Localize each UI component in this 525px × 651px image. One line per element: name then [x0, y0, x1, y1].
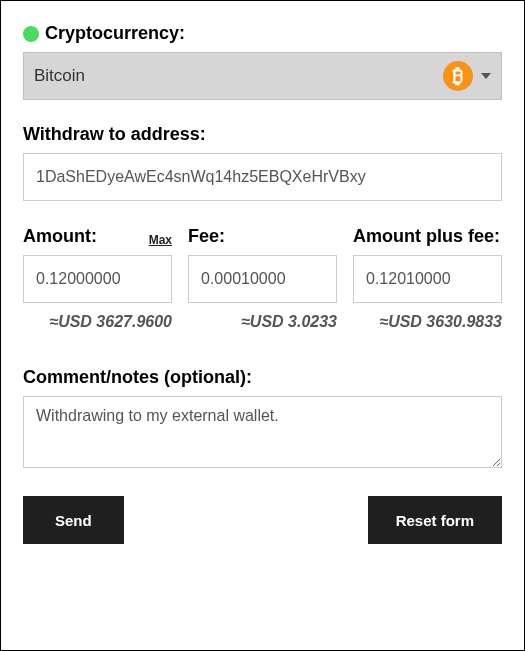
- fee-input[interactable]: [188, 255, 337, 303]
- amount-plus-fee-input[interactable]: [353, 255, 502, 303]
- withdraw-form: Cryptocurrency: Bitcoin ₿ Withdraw to ad…: [0, 0, 525, 651]
- amounts-section: Amount: Max ≈USD 3627.9600 Fee: ≈USD 3.0…: [23, 225, 502, 331]
- address-label: Withdraw to address:: [23, 124, 206, 145]
- crypto-select[interactable]: Bitcoin ₿: [23, 52, 502, 100]
- button-row: Send Reset form: [23, 496, 502, 544]
- address-input[interactable]: [23, 153, 502, 201]
- amounts-row: Amount: Max ≈USD 3627.9600 Fee: ≈USD 3.0…: [23, 225, 502, 331]
- amount-plus-fee-col: Amount plus fee: ≈USD 3630.9833: [353, 225, 502, 331]
- amount-label: Amount:: [23, 226, 97, 247]
- crypto-label-row: Cryptocurrency:: [23, 23, 502, 44]
- amount-plus-fee-label-row: Amount plus fee:: [353, 225, 502, 247]
- bitcoin-icon: ₿: [443, 61, 473, 91]
- crypto-label: Cryptocurrency:: [45, 23, 185, 44]
- comment-textarea[interactable]: [23, 396, 502, 468]
- address-label-row: Withdraw to address:: [23, 124, 502, 145]
- fee-label: Fee:: [188, 226, 225, 247]
- comment-label: Comment/notes (optional):: [23, 367, 252, 388]
- chevron-down-icon: [481, 73, 491, 79]
- crypto-selected-value: Bitcoin: [34, 66, 443, 86]
- status-dot-icon: [23, 26, 39, 42]
- fee-usd: ≈USD 3.0233: [188, 313, 337, 331]
- send-button[interactable]: Send: [23, 496, 124, 544]
- address-section: Withdraw to address:: [23, 124, 502, 201]
- amount-input[interactable]: [23, 255, 172, 303]
- reset-button[interactable]: Reset form: [368, 496, 502, 544]
- amount-col: Amount: Max ≈USD 3627.9600: [23, 225, 172, 331]
- fee-label-row: Fee:: [188, 225, 337, 247]
- comment-label-row: Comment/notes (optional):: [23, 367, 502, 388]
- max-button[interactable]: Max: [149, 233, 172, 247]
- comment-section: Comment/notes (optional):: [23, 367, 502, 472]
- amount-plus-fee-usd: ≈USD 3630.9833: [353, 313, 502, 331]
- amount-label-row: Amount: Max: [23, 225, 172, 247]
- fee-col: Fee: ≈USD 3.0233: [188, 225, 337, 331]
- amount-plus-fee-label: Amount plus fee:: [353, 226, 500, 247]
- amount-usd: ≈USD 3627.9600: [23, 313, 172, 331]
- crypto-section: Cryptocurrency: Bitcoin ₿: [23, 23, 502, 100]
